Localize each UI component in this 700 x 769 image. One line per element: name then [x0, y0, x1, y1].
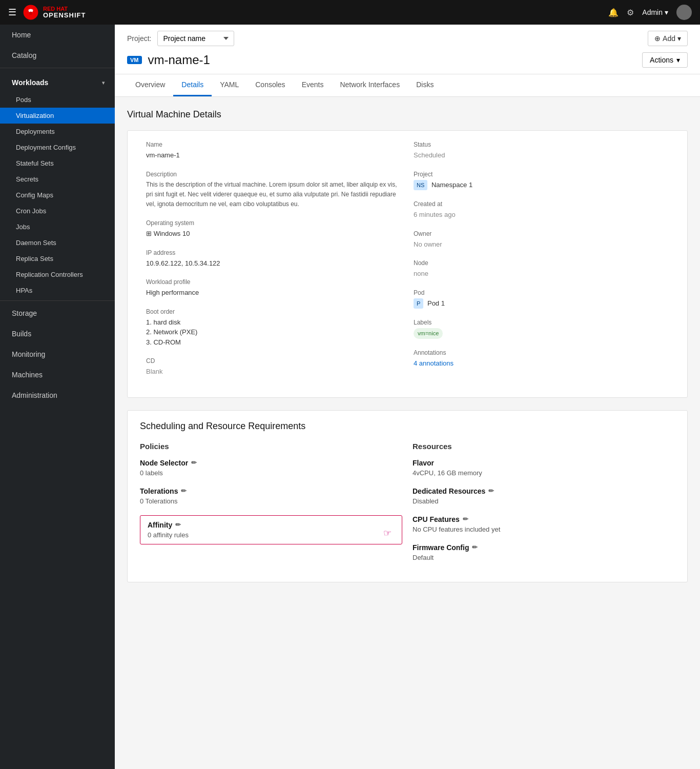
- sidebar-item-storage[interactable]: Storage: [0, 303, 115, 323]
- sidebar-item-builds[interactable]: Builds: [0, 323, 115, 344]
- sidebar-item-replication-controllers[interactable]: Replication Controllers: [0, 267, 115, 282]
- cpu-features-edit-icon[interactable]: ✏: [463, 515, 468, 523]
- tabs-bar: Overview Details YAML Consoles Events Ne…: [115, 74, 700, 97]
- tab-consoles[interactable]: Consoles: [247, 74, 293, 96]
- chevron-down-icon: ▾: [665, 8, 668, 16]
- label-tag: vm=nice: [414, 328, 443, 339]
- affinity-box: Affinity ✏ 0 affinity rules ☞: [140, 515, 402, 544]
- firmware-edit-icon[interactable]: ✏: [472, 543, 478, 551]
- gear-icon[interactable]: ⚙: [627, 8, 634, 17]
- sidebar-item-administration[interactable]: Administration: [0, 385, 115, 406]
- sidebar-item-catalog[interactable]: Catalog: [0, 45, 115, 66]
- annotations-link[interactable]: 4 annotations: [414, 359, 454, 367]
- details-left-col: Name vm-name-1 Description This is the d…: [140, 141, 407, 387]
- cursor-icon: ☞: [383, 528, 392, 539]
- detail-status: Status Scheduled: [414, 141, 669, 160]
- dedicated-edit-icon[interactable]: ✏: [488, 487, 494, 495]
- vm-title-row: VM vm-name-1 Actions ▾: [127, 52, 688, 68]
- content-area: Virtual Machine Details Name vm-name-1 D…: [115, 97, 700, 595]
- pod-badge: P: [414, 298, 423, 309]
- detail-owner: Owner No owner: [414, 230, 669, 250]
- sidebar-item-jobs[interactable]: Jobs: [0, 219, 115, 235]
- scheduling-title: Scheduling and Resource Requirements: [140, 421, 675, 432]
- tab-details[interactable]: Details: [173, 74, 212, 96]
- flavor-item: Flavor 4vCPU, 16 GB memory: [413, 459, 675, 477]
- page-header: Project: Project name ⊕ Add ▾ VM vm-name…: [115, 25, 700, 74]
- project-row: Project: Project name ⊕ Add ▾: [127, 31, 688, 46]
- main-content: Project: Project name ⊕ Add ▾ VM vm-name…: [115, 25, 700, 769]
- detail-name: Name vm-name-1: [146, 141, 401, 160]
- detail-node: Node none: [414, 259, 669, 279]
- nav-right: 🔔 ⚙ Admin ▾: [608, 5, 692, 20]
- bell-icon[interactable]: 🔔: [608, 8, 619, 17]
- chevron-down-icon: ▾: [676, 56, 680, 64]
- sidebar-item-deployments[interactable]: Deployments: [0, 124, 115, 139]
- detail-pod: Pod P Pod 1: [414, 289, 669, 309]
- detail-labels: Labels vm=nice: [414, 319, 669, 339]
- detail-annotations: Annotations 4 annotations: [414, 349, 669, 369]
- sidebar-item-hpas[interactable]: HPAs: [0, 282, 115, 298]
- detail-cd: CD Blank: [146, 357, 401, 377]
- actions-button[interactable]: Actions ▾: [642, 52, 688, 68]
- scheduling-grid: Policies Node Selector ✏ 0 labels Tolera…: [140, 442, 675, 572]
- vm-details-grid: Name vm-name-1 Description This is the d…: [127, 130, 688, 398]
- sidebar-item-virtualization[interactable]: Virtualization: [0, 108, 115, 124]
- sidebar-item-stateful-sets[interactable]: Stateful Sets: [0, 155, 115, 171]
- hamburger-menu[interactable]: ☰: [8, 7, 16, 18]
- windows-icon: ⊞: [146, 230, 152, 237]
- affinity-item: Affinity ✏ 0 affinity rules ☞: [140, 515, 402, 544]
- vm-name-title: vm-name-1: [148, 53, 210, 67]
- chevron-icon: ▾: [102, 80, 105, 86]
- tab-events[interactable]: Events: [294, 74, 332, 96]
- tab-yaml[interactable]: YAML: [212, 74, 247, 96]
- detail-boot-order: Boot order 1. hard disk 2. Network (PXE)…: [146, 308, 401, 348]
- logo-text: RED HAT OPENSHIFT: [43, 6, 86, 19]
- details-right-col: Status Scheduled Project NS Namespace 1 …: [407, 141, 675, 387]
- plus-icon: ⊕: [654, 34, 661, 43]
- detail-ip: IP address 10.9.62.122, 10.5.34.122: [146, 249, 401, 269]
- cpu-features-item: CPU Features ✏ No CPU features included …: [413, 515, 675, 533]
- tolerations-edit-icon[interactable]: ✏: [181, 487, 187, 495]
- redhat-logo-icon: [23, 4, 39, 21]
- top-navigation: ☰ RED HAT OPENSHIFT 🔔 ⚙ Admin ▾: [0, 0, 700, 25]
- detail-project: Project NS Namespace 1: [414, 171, 669, 191]
- tab-overview[interactable]: Overview: [127, 74, 173, 96]
- sidebar-item-home[interactable]: Home: [0, 25, 115, 45]
- chevron-down-icon: ▾: [677, 34, 681, 43]
- detail-created-at: Created at 6 minutes ago: [414, 200, 669, 220]
- sidebar-item-deployment-configs[interactable]: Deployment Configs: [0, 139, 115, 155]
- affinity-edit-icon[interactable]: ✏: [175, 521, 181, 529]
- sidebar-item-daemon-sets[interactable]: Daemon Sets: [0, 235, 115, 251]
- detail-os: Operating system ⊞ Windows 10: [146, 219, 401, 239]
- sidebar-item-config-maps[interactable]: Config Maps: [0, 187, 115, 203]
- sidebar: Home Catalog Workloads ▾ Pods Virtualiza…: [0, 25, 115, 769]
- policies-col: Policies Node Selector ✏ 0 labels Tolera…: [140, 442, 402, 572]
- app-body: Home Catalog Workloads ▾ Pods Virtualiza…: [0, 25, 700, 769]
- sidebar-item-replica-sets[interactable]: Replica Sets: [0, 251, 115, 267]
- project-select[interactable]: Project name: [157, 31, 234, 46]
- admin-menu-button[interactable]: Admin ▾: [642, 8, 668, 16]
- node-selector-edit-icon[interactable]: ✏: [191, 459, 197, 467]
- project-label: Project:: [127, 34, 151, 43]
- sidebar-item-secrets[interactable]: Secrets: [0, 171, 115, 187]
- scheduling-section: Scheduling and Resource Requirements Pol…: [127, 410, 688, 582]
- add-button[interactable]: ⊕ Add ▾: [648, 31, 688, 46]
- node-selector-item: Node Selector ✏ 0 labels: [140, 459, 402, 477]
- tolerations-item: Tolerations ✏ 0 Tolerations: [140, 487, 402, 505]
- sidebar-item-cron-jobs[interactable]: Cron Jobs: [0, 203, 115, 219]
- dedicated-resources-item: Dedicated Resources ✏ Disabled: [413, 487, 675, 505]
- tab-network-interfaces[interactable]: Network Interfaces: [332, 74, 408, 96]
- namespace-badge: NS: [414, 180, 427, 191]
- sidebar-item-monitoring[interactable]: Monitoring: [0, 344, 115, 365]
- vm-details-title: Virtual Machine Details: [127, 109, 688, 120]
- sidebar-item-pods[interactable]: Pods: [0, 92, 115, 108]
- logo: RED HAT OPENSHIFT: [23, 4, 86, 21]
- resources-col: Resources Flavor 4vCPU, 16 GB memory Ded…: [413, 442, 675, 572]
- detail-description: Description This is the description of t…: [146, 171, 401, 210]
- detail-workload-profile: Workload profile High performance: [146, 278, 401, 298]
- sidebar-item-machines[interactable]: Machines: [0, 365, 115, 385]
- vm-type-badge: VM: [127, 56, 142, 64]
- avatar[interactable]: [676, 5, 692, 20]
- sidebar-section-workloads[interactable]: Workloads ▾: [0, 70, 115, 92]
- tab-disks[interactable]: Disks: [408, 74, 442, 96]
